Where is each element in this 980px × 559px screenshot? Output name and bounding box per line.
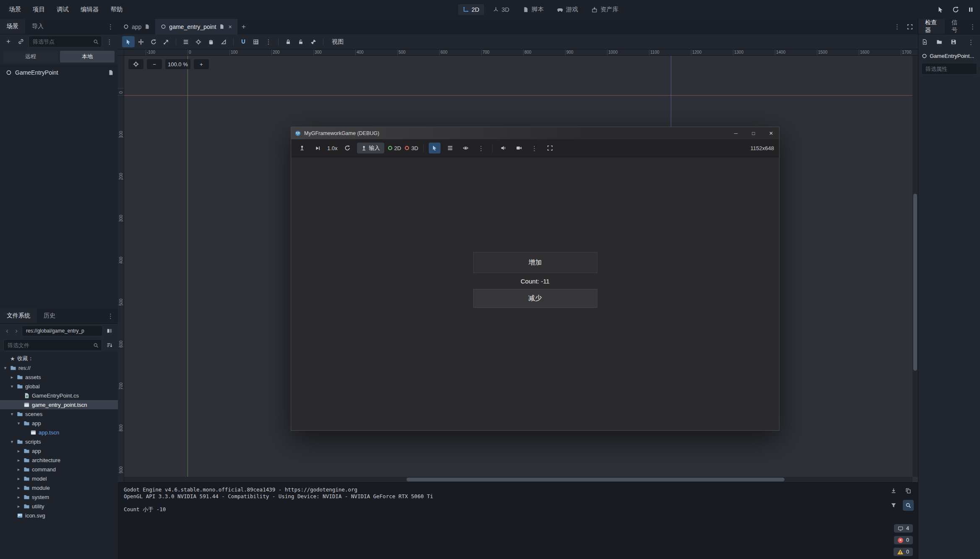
select-mode-button[interactable] xyxy=(429,143,440,153)
chevron-right-icon[interactable]: ▸ xyxy=(16,494,21,500)
file-tree-item[interactable]: ▸utility xyxy=(0,502,118,511)
file-tree-item[interactable]: ▸architecture xyxy=(0,455,118,465)
debugger-badge[interactable]: 4 xyxy=(894,524,913,533)
warning-count-badge[interactable]: ! 0 xyxy=(894,548,913,556)
tab-scene[interactable]: 场景 xyxy=(0,19,25,34)
copy-icon[interactable] xyxy=(903,485,914,496)
next-frame-button[interactable] xyxy=(312,143,323,153)
open-script-icon[interactable] xyxy=(108,70,114,75)
chevron-right-icon[interactable]: ▸ xyxy=(16,458,21,463)
chevron-down-icon[interactable]: ▾ xyxy=(16,421,21,426)
chevron-right-icon[interactable]: ▸ xyxy=(16,448,21,454)
game-window-titlebar[interactable]: MyGFrameworkGame (DEBUG) ─ □ ✕ xyxy=(291,127,779,139)
forward-icon[interactable]: › xyxy=(13,326,20,335)
selection-list-button[interactable] xyxy=(180,36,192,47)
workspace-assetlib-button[interactable]: 资产库 xyxy=(587,3,623,16)
file-filter-input[interactable] xyxy=(7,342,91,349)
zoom-level-label[interactable]: 100.0 % xyxy=(165,59,190,69)
new-resource-icon[interactable] xyxy=(922,39,928,45)
back-icon[interactable]: ‹ xyxy=(3,326,11,335)
ruler-tool-button[interactable] xyxy=(217,36,230,47)
grid-snap-button[interactable] xyxy=(250,36,262,47)
scene-filter-input[interactable] xyxy=(32,38,91,45)
tab-filesystem[interactable]: 文件系统 xyxy=(0,308,37,323)
menu-scene[interactable]: 场景 xyxy=(3,3,26,16)
file-tree-item[interactable]: ▾scripts xyxy=(0,437,118,446)
sort-files-icon[interactable] xyxy=(104,340,115,350)
chevron-right-icon[interactable]: ▸ xyxy=(16,467,21,472)
split-view-icon[interactable] xyxy=(104,326,115,336)
tab-history[interactable]: 历史 xyxy=(37,308,62,323)
workspace-3d-button[interactable]: 3D xyxy=(488,4,514,15)
minimize-icon[interactable]: ─ xyxy=(729,127,743,139)
visibility-button[interactable] xyxy=(460,143,472,153)
file-tree-item[interactable]: ▾res:// xyxy=(0,363,118,372)
dock-menu-icon[interactable]: ⋮ xyxy=(105,19,118,34)
property-filter-input[interactable] xyxy=(925,65,974,73)
2d-canvas[interactable]: − 100.0 % + MyGFrameworkGame (DEBUG) ─ □… xyxy=(124,56,918,482)
local-button[interactable]: 本地 xyxy=(60,51,115,62)
v-scroll-thumb[interactable] xyxy=(913,194,917,371)
node-list-button[interactable] xyxy=(444,143,456,153)
remote-button[interactable]: 远程 xyxy=(3,51,58,62)
distraction-free-icon[interactable] xyxy=(907,24,913,30)
tab-import[interactable]: 导入 xyxy=(25,19,50,34)
pan-tool-button[interactable] xyxy=(205,36,217,47)
dock-menu-icon[interactable]: ⋮ xyxy=(967,19,980,34)
menu-editor[interactable]: 编辑器 xyxy=(75,3,104,16)
file-tree-item[interactable]: ▾app xyxy=(0,419,118,428)
load-resource-icon[interactable] xyxy=(936,39,942,45)
workspace-script-button[interactable]: 脚本 xyxy=(518,3,548,16)
chevron-down-icon[interactable]: ▾ xyxy=(3,365,8,371)
mode-3d-button[interactable]: 3D xyxy=(405,145,418,151)
scene-tree-menu-icon[interactable]: ⋮ xyxy=(104,36,115,47)
zoom-in-button[interactable]: + xyxy=(194,59,209,69)
time-scale-label[interactable]: 1.0x xyxy=(327,145,338,151)
file-tree-item[interactable]: ▸command xyxy=(0,465,118,474)
tab-list-icon[interactable]: ⋮ xyxy=(891,23,903,30)
inspector-menu-icon[interactable]: ⋮ xyxy=(965,39,977,45)
file-tree-item[interactable]: ▸app xyxy=(0,446,118,455)
decrease-button[interactable]: 减少 xyxy=(473,289,597,308)
smart-snap-button[interactable] xyxy=(237,36,250,47)
more-options-icon[interactable]: ⋮ xyxy=(475,143,487,153)
pivot-tool-button[interactable] xyxy=(192,36,205,47)
filter-messages-icon[interactable] xyxy=(888,500,899,511)
reset-icon[interactable] xyxy=(341,143,353,153)
skeleton-options-button[interactable] xyxy=(307,36,320,47)
add-node-button[interactable]: + xyxy=(3,36,13,47)
camera-override-button[interactable] xyxy=(513,143,525,153)
chevron-right-icon[interactable]: ▸ xyxy=(9,374,15,380)
center-view-icon[interactable] xyxy=(128,59,143,69)
file-tree-item[interactable]: ▸system xyxy=(0,492,118,502)
vertical-scrollbar[interactable] xyxy=(912,56,918,477)
chevron-right-icon[interactable]: ▸ xyxy=(16,504,21,509)
cursor-icon[interactable] xyxy=(937,6,944,13)
select-tool-button[interactable] xyxy=(122,36,135,47)
file-tree-item[interactable]: game_entry_point.tscn xyxy=(0,400,118,409)
scene-tab-app[interactable]: app xyxy=(118,19,155,34)
file-tree-item[interactable]: icon.svg xyxy=(0,511,118,520)
file-tree-item[interactable]: ▸assets xyxy=(0,372,118,382)
close-tab-icon[interactable]: × xyxy=(228,23,232,30)
joypad-icon[interactable] xyxy=(296,143,308,153)
h-scroll-thumb[interactable] xyxy=(407,478,785,481)
mode-2d-button[interactable]: 2D xyxy=(388,145,401,151)
new-scene-tab-button[interactable]: + xyxy=(237,19,250,34)
file-tree-item[interactable]: GameEntryPoint.cs xyxy=(0,391,118,400)
file-tree-item[interactable]: ▸model xyxy=(0,474,118,483)
increase-button[interactable]: 增加 xyxy=(473,252,597,273)
menu-project[interactable]: 项目 xyxy=(27,3,50,16)
window-options-icon[interactable]: ⋮ xyxy=(529,143,540,153)
chevron-down-icon[interactable]: ▾ xyxy=(9,439,15,445)
scene-tree-root-node[interactable]: GameEntryPoint xyxy=(0,67,118,78)
lock-button[interactable] xyxy=(282,36,295,47)
save-resource-icon[interactable] xyxy=(951,39,957,45)
zoom-out-button[interactable]: − xyxy=(147,59,162,69)
tab-signals[interactable]: 信号 xyxy=(945,19,967,34)
scroll-to-bottom-icon[interactable] xyxy=(888,485,899,496)
scale-tool-button[interactable] xyxy=(160,36,172,47)
file-tree-item[interactable]: ▾scenes xyxy=(0,409,118,419)
move-tool-button[interactable] xyxy=(135,36,147,47)
snap-options-icon[interactable]: ⋮ xyxy=(262,36,275,47)
